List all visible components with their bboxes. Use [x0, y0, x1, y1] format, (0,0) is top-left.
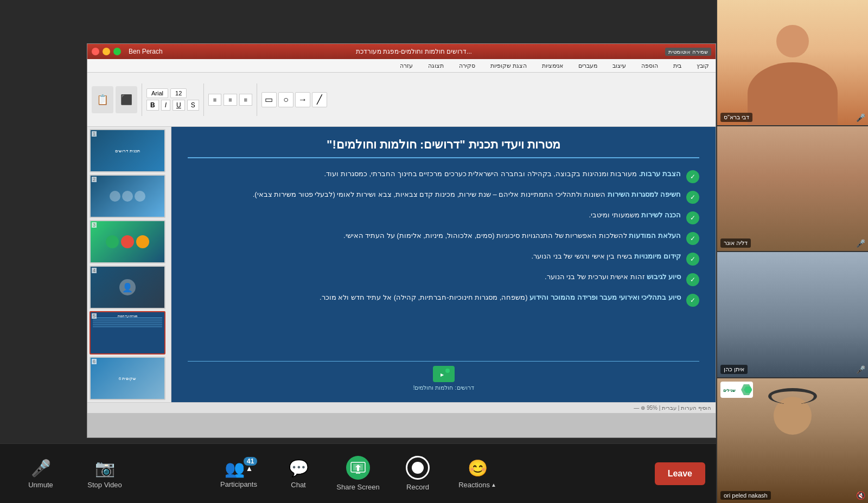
strikethrough-btn[interactable]: S	[187, 100, 199, 111]
record-label: Record	[406, 483, 429, 491]
reactions-label-wrapper: Reactions ▲	[458, 481, 496, 489]
participant-1-name: דבי ברא"ס	[720, 113, 752, 122]
bold-btn[interactable]: B	[146, 100, 159, 111]
svg-text:שנילים: שנילים	[723, 388, 736, 393]
toolbar-center: 👥 41 ▲ Participants 💬 Chat	[209, 449, 507, 498]
participant-4-name-text: ori peled nakash	[724, 492, 768, 499]
share-screen-icon	[350, 462, 366, 474]
ppt-content-area: 1 תכנית דרושים 2	[87, 127, 716, 402]
slide-item-bold-5: קידום מיומנויות	[634, 252, 681, 260]
participant-3-video	[717, 252, 868, 377]
underline-btn[interactable]: U	[173, 100, 185, 111]
slide-thumb-4[interactable]: 4 👤	[90, 266, 165, 309]
chat-icon: 💬	[289, 459, 309, 477]
slide-logo: ▶	[188, 366, 699, 382]
slide-item-icon-5: ✓	[686, 253, 699, 266]
close-button[interactable]	[92, 48, 99, 55]
ribbon-tab-help[interactable]: עזרה	[395, 61, 417, 70]
shape-arrow-btn[interactable]: →	[295, 92, 310, 107]
participant-4-mic-icon: 🔇	[856, 491, 865, 500]
slide-item-6: ✓ סיוע לגיבוש זהות אישית וערכית של בני ה…	[188, 272, 699, 286]
slide-thumb-5[interactable]: 5 מטרות ויעדי תכנית	[90, 311, 165, 354]
participant-2-mic-icon: 🎤	[856, 239, 865, 248]
stop-video-label: Stop Video	[87, 481, 122, 489]
slide-item-desc-1: מעורבות ומנהיגות בקבוצה, בקהילה ובחברה ה…	[324, 170, 637, 178]
app-title: דרושים חולמות וחולמים-מפגת מעורדכת...	[356, 48, 472, 55]
toolbar-group-2: Arial 12 B I U S	[146, 88, 199, 111]
ribbon-tab-slideshow[interactable]: הצגת שקופיות	[486, 61, 531, 70]
ribbon-tab-design[interactable]: עיצוב	[608, 61, 630, 70]
mute-button[interactable]: 🎤 Unmute	[11, 449, 71, 498]
slide-item-desc-7: (משפחה, מסגרות חינוכיות-חברתיות, קהילה) …	[320, 293, 528, 301]
toolbar-group-1: 📋 ⬛	[92, 86, 137, 113]
slide-item-5: ✓ קידום מיומנויות בשיח בין אישי ורגשי של…	[188, 252, 699, 266]
auto-save-toggle[interactable]: שמירה אוטומטית	[665, 48, 711, 56]
ribbon-tab-insert[interactable]: הוספה	[637, 61, 662, 70]
slide-6-content: שקופית 6	[91, 358, 164, 399]
participant-1-mic-icon: 🎤	[856, 113, 865, 122]
ppt-ribbon: קובץ בית הוספה עיצוב מעברים אנימציות הצג…	[87, 59, 716, 73]
ribbon-tab-animations[interactable]: אנימציות	[538, 61, 567, 70]
stop-video-button[interactable]: 📷 Stop Video	[75, 449, 135, 498]
slide-item-icon-6: ✓	[686, 273, 699, 286]
align-right-btn[interactable]: ≡	[208, 94, 221, 106]
shape-circle-btn[interactable]: ○	[278, 92, 293, 107]
slide-num-3: 3	[92, 222, 97, 228]
shape-line-btn[interactable]: ╱	[312, 92, 327, 107]
participant-3-mic-icon: 🎤	[856, 365, 865, 374]
align-left-btn[interactable]: ≡	[239, 94, 252, 106]
participant-2-name-text: דליה אונר	[724, 240, 748, 246]
slide-item-text-3: הכנה לשירות משמעותי ומיטבי.	[188, 210, 681, 220]
participant-video-3: איתן כהן 🎤	[717, 252, 868, 378]
record-inner	[412, 462, 424, 474]
participants-button[interactable]: 👥 41 ▲ Participants	[209, 449, 269, 498]
slide-item-desc-4: להשלכות האפשריות של התנהגויות סיכוניות (…	[343, 231, 627, 240]
toolbar-left: 🎤 Unmute 📷 Stop Video	[0, 449, 135, 498]
reactions-button[interactable]: 😊 Reactions ▲	[448, 449, 507, 498]
main-slide: מטרות ויעדי תכנית "דרושים: חולמות וחולמי…	[171, 127, 716, 402]
ppt-statusbar: הוסיף הערות | עברית | 95% ⊕ —	[87, 402, 716, 413]
new-slide-btn[interactable]: 📋	[92, 86, 113, 113]
slide-thumb-6[interactable]: 6 שקופית 6	[90, 357, 165, 400]
reactions-icon: 😊	[468, 459, 488, 478]
camera-icon: 📷	[95, 459, 115, 478]
align-center-btn[interactable]: ≡	[224, 94, 237, 106]
layout-btn[interactable]: ⬛	[116, 86, 137, 113]
slide-panel[interactable]: 1 תכנית דרושים 2	[87, 127, 171, 402]
share-screen-icon-wrapper	[346, 456, 370, 480]
slide-item-1: ✓ הצבת ערבות. מעורבות ומנהיגות בקבוצה, ב…	[188, 169, 699, 183]
leave-button[interactable]: Leave	[655, 462, 705, 485]
slide-num-2: 2	[92, 177, 97, 182]
slide-thumb-1[interactable]: 1 תכנית דרושים	[90, 129, 165, 172]
slide-item-text-6: סיוע לגיבוש זהות אישית וערכית של בני הנו…	[188, 272, 681, 282]
font-size-btn[interactable]: 12	[170, 88, 187, 98]
shape-rect-btn[interactable]: ▭	[261, 92, 277, 107]
font-name-btn[interactable]: Arial	[146, 88, 168, 98]
slide-item-icon-3: ✓	[686, 211, 699, 224]
share-screen-label: Share Screen	[336, 483, 380, 491]
ribbon-tab-file[interactable]: קובץ	[692, 61, 713, 70]
ribbon-tab-transitions[interactable]: מעברים	[574, 61, 602, 70]
ribbon-tab-view[interactable]: תצוגה	[424, 61, 448, 70]
participant-3-name-text: איתן כהן	[724, 366, 744, 372]
slide-item-icon-2: ✓	[686, 191, 699, 204]
mic-icon: 🎤	[31, 459, 51, 478]
record-button[interactable]: Record	[388, 449, 448, 498]
slide-thumb-3[interactable]: 3	[90, 220, 165, 263]
italic-btn[interactable]: I	[161, 100, 170, 111]
participants-label: Participants	[220, 480, 257, 488]
slide-6-label: שקופית 6	[119, 376, 137, 381]
ppt-titlebar: Ben Perach דרושים חולמות וחולמים-מפגת מע…	[87, 44, 716, 59]
ribbon-tab-review[interactable]: סקירה	[455, 61, 480, 70]
ribbon-tab-home[interactable]: בית	[669, 61, 686, 70]
slide-thumb-2[interactable]: 2	[90, 175, 165, 218]
org-logo-svg: שנילים	[722, 382, 752, 397]
chat-button[interactable]: 💬 Chat	[269, 449, 328, 498]
slide-item-text-4: העלאת המודעות להשלכות האפשריות של התנהגו…	[188, 231, 681, 241]
share-screen-button[interactable]: Share Screen	[328, 449, 388, 498]
participant-1-name-text: דבי ברא"ס	[724, 114, 749, 120]
headphone-icon	[768, 388, 817, 404]
slide-num-6: 6	[92, 359, 97, 364]
maximize-button[interactable]	[113, 48, 121, 55]
minimize-button[interactable]	[103, 48, 110, 55]
